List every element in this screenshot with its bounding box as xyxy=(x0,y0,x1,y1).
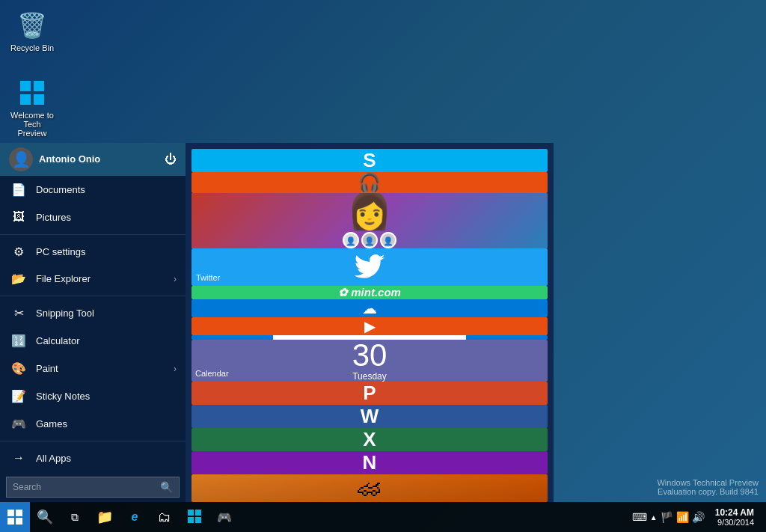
taskbar-folder-button[interactable]: 🗂 xyxy=(150,502,180,532)
menu-item-snipping-tool[interactable]: ✂ Snipping Tool xyxy=(0,299,186,327)
taskbar-games-button[interactable]: 🎮 xyxy=(209,502,239,532)
menu-item-paint[interactable]: 🎨 Paint › xyxy=(0,355,186,382)
power-button[interactable]: ⏻ xyxy=(165,153,177,166)
sticky-notes-icon: 📝 xyxy=(10,388,27,404)
separator-3 xyxy=(0,441,186,441)
volume-tray-icon[interactable]: 🔊 xyxy=(692,511,705,523)
search-input[interactable] xyxy=(13,482,156,492)
svg-rect-9 xyxy=(16,510,22,516)
welcome-label: Welcome to Tech Preview xyxy=(9,111,55,138)
menu-item-pictures[interactable]: 🖼 Pictures xyxy=(0,204,186,231)
svg-rect-2 xyxy=(20,94,31,105)
taskbar-games-icon: 🎮 xyxy=(217,510,232,525)
svg-rect-1 xyxy=(34,81,44,91)
calculator-icon: 🔢 xyxy=(10,333,27,349)
tile-photo[interactable]: 👩👤👤👤 xyxy=(192,193,548,248)
tile-calendar[interactable]: 30TuesdayCalendar xyxy=(192,340,548,382)
tile-onenote[interactable]: N xyxy=(192,451,548,474)
taskbar: 🔍 ⧉ 📁 e 🗂 🎮 xyxy=(0,502,766,532)
documents-icon: 📄 xyxy=(10,181,27,198)
separator-2 xyxy=(0,296,186,296)
menu-item-documents[interactable]: 📄 Documents xyxy=(0,176,186,204)
menu-item-sticky-notes[interactable]: 📝 Sticky Notes xyxy=(0,382,186,410)
taskbar-store-icon xyxy=(188,510,201,525)
menu-item-calculator[interactable]: 🔢 Calculator xyxy=(0,327,186,355)
desktop-icon-recycle-bin[interactable]: 🗑️ Recycle Bin xyxy=(6,7,58,55)
tile-onedrive[interactable]: ☁ xyxy=(192,299,548,317)
taskbar-folder-icon: 🗂 xyxy=(158,510,171,525)
svg-rect-0 xyxy=(20,81,31,91)
taskbar-ie-button[interactable]: e xyxy=(120,502,150,532)
user-bar: 👤 Antonio Onio ⏻ xyxy=(0,143,186,176)
svg-rect-11 xyxy=(16,518,22,525)
tile-video[interactable]: ▶ xyxy=(192,317,548,335)
svg-rect-13 xyxy=(195,510,201,516)
chevron-up-icon[interactable]: ▲ xyxy=(650,513,658,522)
tile-skype[interactable]: S xyxy=(192,149,548,172)
taskbar-ie-icon: e xyxy=(132,510,138,524)
avatar: 👤 xyxy=(9,147,33,171)
win-watermark: Windows Technical Preview Evaluation cop… xyxy=(657,478,759,496)
start-menu: 👤 Antonio Onio ⏻ 📄 Documents 🖼 Pictures … xyxy=(0,143,554,502)
signal-tray-icon[interactable]: 📶 xyxy=(676,511,689,523)
network-flag-icon[interactable]: 🏴 xyxy=(661,511,673,523)
taskbar-taskview-icon: ⧉ xyxy=(71,511,79,524)
file-explorer-chevron: › xyxy=(174,274,177,284)
tile-music[interactable]: 🎧 xyxy=(192,172,548,193)
taskbar-fileexplorer-button[interactable]: 📁 xyxy=(90,502,120,532)
start-button[interactable] xyxy=(0,502,30,532)
tile-car[interactable]: 🏎 xyxy=(192,474,548,502)
paint-icon: 🎨 xyxy=(10,361,27,377)
desktop-icon-welcome[interactable]: Welcome to Tech Preview xyxy=(6,75,58,141)
file-explorer-icon: 📂 xyxy=(10,271,27,287)
taskbar-store-button[interactable] xyxy=(180,502,209,532)
tile-powerpoint[interactable]: P xyxy=(192,382,548,405)
svg-rect-3 xyxy=(34,94,44,105)
left-panel: 👤 Antonio Onio ⏻ 📄 Documents 🖼 Pictures … xyxy=(0,143,186,502)
recycle-bin-label: Recycle Bin xyxy=(10,43,54,52)
svg-rect-14 xyxy=(188,517,194,523)
search-icon: 🔍 xyxy=(160,481,173,493)
tile-twitter[interactable]: Twitter xyxy=(192,248,548,286)
pictures-icon: 🖼 xyxy=(10,209,27,225)
keyboard-tray-icon[interactable]: ⌨ xyxy=(632,511,647,523)
svg-rect-8 xyxy=(7,510,14,516)
tile-word[interactable]: W xyxy=(192,405,548,428)
menu-item-pc-settings[interactable]: ⚙ PC settings xyxy=(0,238,186,266)
taskbar-search-icon: 🔍 xyxy=(37,509,53,525)
snipping-tool-icon: ✂ xyxy=(10,305,27,322)
taskbar-search-button[interactable]: 🔍 xyxy=(30,502,60,532)
svg-rect-15 xyxy=(195,517,201,523)
taskbar-taskview-button[interactable]: ⧉ xyxy=(60,502,90,532)
svg-rect-12 xyxy=(188,510,194,516)
taskbar-fileexplorer-icon: 📁 xyxy=(96,509,113,525)
tile-mint[interactable]: ✿ mint.com xyxy=(192,286,548,299)
desktop: 🗑️ Recycle Bin Welcome to Tech Preview W… xyxy=(0,0,766,532)
taskbar-tray: ⌨ ▲ 🏴 📶 🔊 10:24 AM 9/30/2014 xyxy=(632,506,766,528)
menu-item-all-apps[interactable]: → All Apps xyxy=(0,444,186,472)
tile-excel[interactable]: X xyxy=(192,428,548,451)
all-apps-icon: → xyxy=(10,450,27,466)
recycle-bin-icon: 🗑️ xyxy=(17,10,47,40)
tray-icons: ⌨ ▲ 🏴 📶 🔊 xyxy=(632,511,705,523)
games-icon: 🎮 xyxy=(10,415,27,432)
paint-chevron: › xyxy=(174,364,177,374)
pc-settings-icon: ⚙ xyxy=(10,243,27,260)
menu-item-file-explorer[interactable]: 📂 File Explorer › xyxy=(0,266,186,293)
clock[interactable]: 10:24 AM 9/30/2014 xyxy=(709,506,760,528)
menu-item-games[interactable]: 🎮 Games xyxy=(0,410,186,438)
tiles-panel: S🎧👩👤👤👤Twitter✿ mint.com☁▶Mail30TuesdayCa… xyxy=(186,143,554,502)
user-name: Antonio Onio xyxy=(39,153,100,165)
search-box[interactable]: 🔍 xyxy=(6,477,180,498)
welcome-icon xyxy=(17,78,47,108)
separator-1 xyxy=(0,234,186,235)
user-info: 👤 Antonio Onio xyxy=(9,147,100,171)
svg-rect-10 xyxy=(7,518,14,525)
